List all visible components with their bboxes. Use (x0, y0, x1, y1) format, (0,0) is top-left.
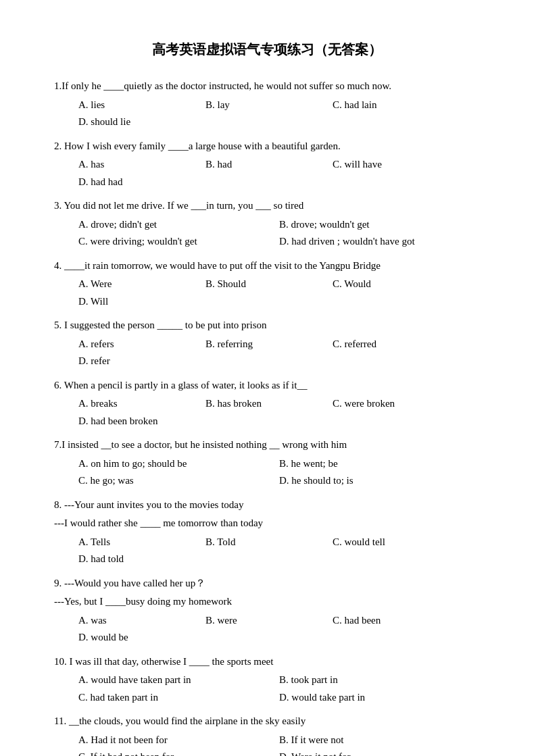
question-3: 3. You did not let me drive. If we ___in… (54, 197, 480, 251)
question-2-options: A. hasB. hadC. will haveD. had had (54, 156, 480, 191)
question-3-stem: 3. You did not let me drive. If we ___in… (54, 197, 480, 215)
question-8-stem: 8. ---Your aunt invites you to the movie… (54, 497, 480, 514)
question-6-options: A. breaksB. has brokenC. were brokenD. h… (54, 395, 480, 430)
question-1-option-2[interactable]: C. had lain (333, 97, 441, 114)
question-4-option-1[interactable]: B. Should (205, 276, 314, 293)
question-3-option-3[interactable]: D. had driven ; wouldn't have got (279, 233, 480, 251)
question-9-stem-1: ---Yes, but I ____busy doing my homework (54, 593, 480, 611)
question-4-options: A. WereB. ShouldC. WouldD. Will (54, 276, 480, 310)
question-2-option-1[interactable]: B. had (205, 156, 314, 174)
question-8-option-0[interactable]: A. Tells (78, 534, 187, 551)
question-9-stem: 9. ---Would you have called her up？ (54, 575, 480, 593)
question-9: 9. ---Would you have called her up？---Ye… (54, 575, 480, 647)
question-11: 11. __the clouds, you would find the air… (54, 713, 480, 756)
question-10-option-2[interactable]: C. had taken part in (78, 689, 279, 707)
question-10-options: A. would have taken part inB. took part … (54, 672, 480, 706)
question-3-option-1[interactable]: B. drove; wouldn't get (279, 216, 480, 234)
question-10-option-3[interactable]: D. would take part in (279, 689, 480, 707)
question-8-option-1[interactable]: B. Told (205, 534, 314, 551)
question-9-option-2[interactable]: C. had been (333, 612, 441, 630)
question-6-option-3[interactable]: D. had been broken (78, 413, 187, 430)
question-2-stem: 2. How I wish every family ____a large h… (54, 138, 480, 155)
page-title: 高考英语虚拟语气专项练习（无答案） (54, 41, 480, 59)
question-5-options: A. refersB. referringC. referredD. refer (54, 336, 480, 370)
question-9-option-0[interactable]: A. was (78, 612, 187, 630)
question-2-option-3[interactable]: D. had had (78, 174, 187, 191)
question-3-option-0[interactable]: A. drove; didn't get (78, 216, 279, 234)
question-6-option-1[interactable]: B. has broken (205, 395, 314, 413)
question-6: 6. When a pencil is partly in a glass of… (54, 377, 480, 430)
questions-container: 1.If only he ____quietly as the doctor i… (54, 78, 480, 756)
question-3-option-2[interactable]: C. were driving; wouldn't get (78, 233, 279, 251)
question-5-option-3[interactable]: D. refer (78, 353, 187, 370)
question-1-stem: 1.If only he ____quietly as the doctor i… (54, 78, 480, 95)
question-6-option-2[interactable]: C. were broken (333, 395, 441, 413)
question-4-option-0[interactable]: A. Were (78, 276, 187, 293)
question-8-option-3[interactable]: D. had told (78, 551, 187, 568)
question-10: 10. I was ill that day, otherwise I ____… (54, 653, 480, 707)
question-11-option-0[interactable]: A. Had it not been for (78, 732, 279, 749)
question-1: 1.If only he ____quietly as the doctor i… (54, 78, 480, 131)
question-6-option-0[interactable]: A. breaks (78, 395, 187, 413)
question-5-stem: 5. I suggested the person _____ to be pu… (54, 317, 480, 334)
question-9-option-3[interactable]: D. would be (78, 629, 187, 647)
question-7: 7.I insisted __to see a doctor, but he i… (54, 436, 480, 490)
question-4-stem: 4. ____it rain tomorrow, we would have t… (54, 257, 480, 275)
question-7-stem: 7.I insisted __to see a doctor, but he i… (54, 436, 480, 454)
question-2: 2. How I wish every family ____a large h… (54, 138, 480, 191)
question-7-option-0[interactable]: A. on him to go; should be (78, 455, 279, 473)
question-11-stem: 11. __the clouds, you would find the air… (54, 713, 480, 730)
question-5: 5. I suggested the person _____ to be pu… (54, 317, 480, 370)
question-10-option-1[interactable]: B. took part in (279, 672, 480, 689)
question-8: 8. ---Your aunt invites you to the movie… (54, 497, 480, 568)
question-7-options: A. on him to go; should beB. he went; be… (54, 455, 480, 490)
question-7-option-2[interactable]: C. he go; was (78, 472, 279, 490)
question-9-option-1[interactable]: B. were (205, 612, 314, 630)
question-4-option-3[interactable]: D. Will (78, 293, 187, 311)
question-10-option-0[interactable]: A. would have taken part in (78, 672, 279, 689)
question-7-option-1[interactable]: B. he went; be (279, 455, 480, 473)
question-9-options: A. wasB. wereC. had beenD. would be (54, 612, 480, 647)
question-6-stem: 6. When a pencil is partly in a glass of… (54, 377, 480, 395)
question-1-option-3[interactable]: D. should lie (78, 114, 187, 131)
question-4-option-2[interactable]: C. Would (333, 276, 441, 293)
question-10-stem: 10. I was ill that day, otherwise I ____… (54, 653, 480, 671)
question-11-option-1[interactable]: B. If it were not (279, 732, 480, 749)
question-4: 4. ____it rain tomorrow, we would have t… (54, 257, 480, 311)
question-5-option-2[interactable]: C. referred (333, 336, 441, 353)
question-8-option-2[interactable]: C. would tell (333, 534, 441, 551)
question-5-option-0[interactable]: A. refers (78, 336, 187, 353)
question-1-option-1[interactable]: B. lay (205, 97, 314, 114)
question-11-options: A. Had it not been forB. If it were notC… (54, 732, 480, 757)
question-1-option-0[interactable]: A. lies (78, 97, 187, 114)
question-5-option-1[interactable]: B. referring (205, 336, 314, 353)
question-8-options: A. TellsB. ToldC. would tellD. had told (54, 534, 480, 568)
question-1-options: A. liesB. layC. had lainD. should lie (54, 97, 480, 131)
question-8-stem-1: ---I would rather she ____ me tomorrow t… (54, 515, 480, 532)
question-11-option-2[interactable]: C. If it had not been for (78, 749, 279, 756)
question-7-option-3[interactable]: D. he should to; is (279, 472, 480, 490)
question-2-option-2[interactable]: C. will have (333, 156, 441, 174)
question-11-option-3[interactable]: D. Were it not for (279, 749, 480, 756)
question-3-options: A. drove; didn't getB. drove; wouldn't g… (54, 216, 480, 251)
question-2-option-0[interactable]: A. has (78, 156, 187, 174)
